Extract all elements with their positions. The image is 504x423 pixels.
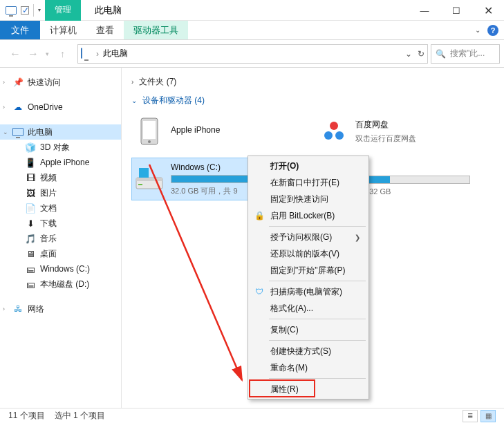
checkbox-icon[interactable]: ✓ bbox=[21, 6, 29, 15]
address-box[interactable]: › 此电脑 ⌄ ↻ bbox=[77, 44, 428, 64]
sidebar-this-pc[interactable]: ⌄ 此电脑 bbox=[0, 124, 121, 140]
file-tab[interactable]: 文件 bbox=[0, 21, 40, 39]
navigation-pane: › 📌 快速访问 › ☁ OneDrive ⌄ 此电脑 🧊3D 对象📱Apple… bbox=[0, 68, 121, 409]
chevron-down-icon: ⌄ bbox=[131, 97, 137, 104]
video-icon: 🎞 bbox=[25, 172, 36, 183]
sidebar-item[interactable]: ⬇下载 bbox=[0, 216, 121, 231]
pc-icon bbox=[4, 3, 18, 17]
sidebar-item[interactable]: 📄文档 bbox=[0, 200, 121, 216]
ribbon-right: ⌄ ? bbox=[475, 21, 504, 39]
up-button[interactable]: ↑ bbox=[56, 48, 69, 59]
tab-drive-tools[interactable]: 驱动器工具 bbox=[124, 21, 188, 39]
sidebar-item-label: 图片 bbox=[40, 187, 57, 199]
context-menu-item[interactable]: 固定到"开始"屏幕(P) bbox=[250, 262, 367, 279]
collapse-icon[interactable]: ⌄ bbox=[3, 129, 8, 135]
phone-icon: 📱 bbox=[25, 157, 36, 168]
contextual-tab-label: 管理 bbox=[45, 0, 81, 21]
sidebar-item-label: 3D 对象 bbox=[40, 142, 70, 153]
sidebar-item-label: 下载 bbox=[40, 218, 57, 229]
menu-item-label: 固定到"开始"屏幕(P) bbox=[270, 265, 346, 276]
context-menu-item[interactable]: 属性(R) bbox=[250, 381, 367, 397]
sidebar-item-label: 视频 bbox=[40, 172, 57, 184]
sidebar-item[interactable]: 🖥桌面 bbox=[0, 246, 121, 261]
section-folders[interactable]: › 文件夹 (7) bbox=[131, 76, 498, 88]
tab-view[interactable]: 查看 bbox=[86, 21, 124, 39]
lock-icon: 🔒 bbox=[254, 210, 265, 221]
sidebar-item[interactable]: 🎵音乐 bbox=[0, 231, 121, 246]
expand-icon[interactable]: › bbox=[3, 306, 5, 312]
network-icon: 🖧 bbox=[12, 303, 24, 314]
help-icon[interactable]: ? bbox=[487, 25, 498, 36]
status-selection: 选中 1 个项目 bbox=[55, 410, 105, 422]
history-dropdown-icon[interactable]: ▾ bbox=[46, 50, 49, 57]
context-menu-item[interactable]: 格式化(A)... bbox=[250, 300, 367, 317]
breadcrumb[interactable]: 此电脑 bbox=[103, 48, 128, 59]
nav-history: ← → ▾ ↑ bbox=[4, 48, 75, 60]
sidebar-item[interactable]: 🎞视频 bbox=[0, 170, 121, 185]
desktop-icon: 🖥 bbox=[25, 248, 36, 259]
sidebar-onedrive[interactable]: › ☁ OneDrive bbox=[0, 100, 121, 115]
window-controls: — ☐ ✕ bbox=[409, 0, 504, 20]
sidebar-item[interactable]: 📱Apple iPhone bbox=[0, 155, 121, 170]
context-menu-item[interactable]: 重命名(M) bbox=[250, 359, 367, 376]
menu-separator bbox=[269, 226, 366, 227]
sidebar-item[interactable]: 🖴Windows (C:) bbox=[0, 261, 121, 276]
svg-point-5 bbox=[335, 131, 344, 140]
context-menu-item[interactable]: 打开(O) bbox=[250, 158, 367, 174]
quick-access-toolbar: ✓ ▾ bbox=[0, 0, 45, 20]
section-drives[interactable]: ⌄ 设备和驱动器 (4) bbox=[131, 95, 498, 106]
minimize-button[interactable]: — bbox=[409, 0, 440, 21]
pictures-icon: 🖼 bbox=[25, 187, 36, 198]
refresh-icon[interactable]: ↻ bbox=[418, 49, 424, 59]
expand-icon[interactable]: › bbox=[3, 104, 5, 111]
svg-rect-9 bbox=[138, 184, 142, 185]
menu-item-label: 格式化(A)... bbox=[270, 303, 313, 314]
view-details-button[interactable]: ≣ bbox=[463, 410, 478, 422]
device-item-iphone[interactable]: Apple iPhone bbox=[131, 113, 308, 149]
menu-item-label: 还原以前的版本(V) bbox=[270, 248, 339, 260]
back-button[interactable]: ← bbox=[10, 48, 21, 60]
sidebar-item-label: 文档 bbox=[40, 203, 57, 214]
context-menu-item[interactable]: 还原以前的版本(V) bbox=[250, 245, 367, 262]
view-icons-button[interactable]: ▦ bbox=[480, 410, 496, 422]
menu-separator bbox=[269, 340, 366, 341]
sidebar-network[interactable]: › 🖧 网络 bbox=[0, 301, 121, 317]
phone-icon bbox=[135, 117, 164, 146]
context-menu-item[interactable]: 🛡扫描病毒(电脑管家) bbox=[250, 283, 367, 300]
sidebar-quick-access[interactable]: › 📌 快速访问 bbox=[0, 75, 121, 90]
breadcrumb-dropdown-icon[interactable]: ⌄ bbox=[405, 49, 412, 59]
menu-separator bbox=[269, 281, 366, 281]
search-input[interactable]: 🔍 搜索"此... bbox=[431, 44, 500, 64]
context-menu-item[interactable]: 复制(C) bbox=[250, 321, 367, 338]
sidebar-item[interactable]: 🖴本地磁盘 (D:) bbox=[0, 276, 121, 292]
drive-capacity: 共 132 GB bbox=[355, 187, 470, 197]
ribbon-collapse-icon[interactable]: ⌄ bbox=[475, 26, 480, 34]
context-menu-item[interactable]: 创建快捷方式(S) bbox=[250, 343, 367, 359]
context-menu-item[interactable]: 🔒启用 BitLocker(B) bbox=[250, 207, 367, 224]
menu-item-label: 复制(C) bbox=[270, 324, 299, 336]
context-menu-item[interactable]: 授予访问权限(G)❯ bbox=[250, 229, 367, 245]
menu-separator bbox=[269, 378, 366, 379]
expand-icon[interactable]: › bbox=[3, 79, 5, 86]
context-menu-item[interactable]: 固定到快速访问 bbox=[250, 191, 367, 207]
svg-point-4 bbox=[324, 131, 333, 140]
qat-dropdown-icon[interactable]: ▾ bbox=[38, 7, 41, 13]
menu-item-label: 属性(R) bbox=[270, 384, 299, 395]
tab-computer[interactable]: 计算机 bbox=[40, 21, 86, 39]
sidebar-item[interactable]: 🧊3D 对象 bbox=[0, 140, 121, 155]
close-button[interactable]: ✕ bbox=[472, 0, 504, 21]
device-item-baidu[interactable]: 百度网盘 双击运行百度网盘 bbox=[316, 113, 492, 149]
context-menu-item[interactable]: 在新窗口中打开(E) bbox=[250, 174, 367, 191]
forward-button[interactable]: → bbox=[28, 48, 39, 60]
sidebar-item[interactable]: 🖼图片 bbox=[0, 185, 121, 200]
sidebar-item-label: 本地磁盘 (D:) bbox=[40, 279, 89, 290]
svg-rect-1 bbox=[143, 121, 156, 139]
maximize-button[interactable]: ☐ bbox=[440, 0, 472, 21]
drive-icon: 🖴 bbox=[25, 279, 36, 290]
window-title: 此电脑 bbox=[81, 0, 136, 21]
menu-item-label: 创建快捷方式(S) bbox=[270, 346, 331, 357]
ribbon-menubar: 文件 计算机 查看 驱动器工具 ⌄ ? bbox=[0, 21, 504, 40]
svg-point-3 bbox=[330, 122, 338, 130]
pc-icon bbox=[81, 48, 92, 59]
pc-icon bbox=[12, 126, 24, 138]
